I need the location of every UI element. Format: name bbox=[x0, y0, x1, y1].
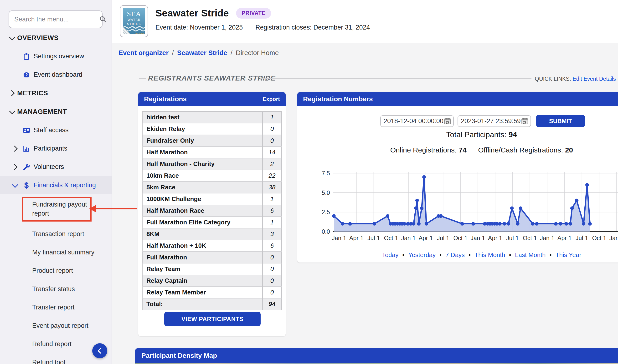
calendar-icon[interactable] bbox=[443, 117, 452, 125]
table-row-half-marathon-charity: Half Marathon - Charity2 bbox=[142, 158, 282, 170]
svg-text:5.0: 5.0 bbox=[322, 189, 330, 196]
row-label: Full Marathon bbox=[142, 252, 263, 263]
wrench-icon bbox=[22, 163, 31, 171]
bullet-separator: • bbox=[469, 251, 471, 259]
chevron-right-icon bbox=[12, 164, 17, 170]
breadcrumb: Event organizer/Seawater Stride/Director… bbox=[119, 49, 279, 57]
sidebar-section-management[interactable]: MANAGEMENT bbox=[0, 103, 112, 121]
svg-text:Jul 1: Jul 1 bbox=[576, 235, 588, 241]
chevron-right-icon bbox=[9, 90, 14, 96]
row-value: 6 bbox=[263, 205, 282, 217]
search-input[interactable] bbox=[14, 15, 99, 23]
registration-numbers-title: Registration Numbers bbox=[303, 95, 373, 103]
date-range-links: Today•Yesterday•7 Days•This Month•Last M… bbox=[297, 251, 618, 259]
svg-text:Jan 1: Jan 1 bbox=[401, 235, 416, 241]
svg-text:Oct 1: Oct 1 bbox=[592, 235, 606, 241]
table-row-8km: 8KM3 bbox=[142, 228, 282, 240]
svg-text:0.0: 0.0 bbox=[322, 228, 330, 235]
registrants-heading: REGISTRANTS SEAWATER STRIDE bbox=[148, 74, 276, 82]
annotation-arrow bbox=[96, 208, 137, 209]
logo-subtitle: Bay city series bbox=[135, 33, 144, 34]
sidebar: OVERVIEWSSettings overviewEvent dashboar… bbox=[0, 0, 112, 364]
svg-text:Oct 1: Oct 1 bbox=[523, 235, 537, 241]
logo-line-3: STRIDE bbox=[123, 22, 145, 26]
bullet-separator: • bbox=[402, 251, 404, 259]
svg-text:Jan 1: Jan 1 bbox=[609, 235, 618, 241]
sidebar-section-overviews[interactable]: OVERVIEWS bbox=[0, 29, 112, 47]
sidebar-section-metrics[interactable]: METRICS bbox=[0, 84, 112, 103]
table-row-total: Total:94 bbox=[142, 298, 282, 310]
table-row-half-marathon: Half Marathon14 bbox=[142, 146, 282, 158]
event-logo-art: SEA WATER STRIDE Bay city series bbox=[123, 8, 145, 34]
breadcrumb-separator: / bbox=[230, 49, 232, 56]
svg-text:Jan 1: Jan 1 bbox=[332, 235, 346, 241]
range-link-yesterday[interactable]: Yesterday bbox=[408, 251, 436, 259]
sidebar-item-product-report[interactable]: Product report bbox=[0, 261, 112, 280]
view-participants-button[interactable]: VIEW PARTICIPANTS bbox=[164, 312, 261, 326]
sidebar-collapse-button[interactable] bbox=[92, 343, 107, 358]
sidebar-item-label: Staff access bbox=[34, 127, 69, 134]
sidebar-item-participants[interactable]: Participants bbox=[0, 139, 112, 158]
online-offline-registrations: Online Registrations: 74 Offline/Cash Re… bbox=[297, 146, 618, 154]
svg-text:Apr 1: Apr 1 bbox=[419, 235, 433, 241]
sidebar-item-transfer-status[interactable]: Transfer status bbox=[0, 280, 112, 298]
total-participants-value: 94 bbox=[509, 130, 517, 139]
sidebar-item-settings-overview[interactable]: Settings overview bbox=[0, 47, 112, 65]
online-registrations-value: 74 bbox=[459, 146, 467, 154]
chevron-down-icon bbox=[12, 182, 18, 188]
event-dates: Event date: November 1, 2025 Registratio… bbox=[155, 24, 370, 31]
svg-text:Apr 1: Apr 1 bbox=[557, 235, 572, 241]
export-button[interactable]: Export bbox=[263, 96, 280, 103]
row-value: 0 bbox=[263, 252, 282, 263]
sidebar-section-label: METRICS bbox=[17, 89, 48, 97]
page-header: SEA WATER STRIDE Bay city series Seawate… bbox=[112, 0, 618, 43]
row-value: 6 bbox=[263, 240, 282, 252]
row-label: Fundraiser Only bbox=[142, 135, 263, 146]
calendar-icon[interactable] bbox=[521, 117, 529, 125]
search-icon[interactable] bbox=[99, 15, 107, 23]
sidebar-item-event-payout-report[interactable]: Event payout report bbox=[0, 317, 112, 335]
edit-event-details-link[interactable]: Edit Event Details bbox=[573, 76, 616, 82]
sidebar-item-volunteers[interactable]: Volunteers bbox=[0, 158, 112, 176]
offline-registrations-value: 20 bbox=[565, 146, 573, 154]
row-label: Half Marathon Race bbox=[142, 205, 263, 217]
bullet-separator: • bbox=[439, 251, 442, 259]
table-row-full-marathon-elite-category: Full Marathon Elite Category1 bbox=[142, 217, 282, 228]
registrations-panel-header: Registrations Export bbox=[138, 92, 286, 106]
chart-svg: 0.02.55.07.5Jan 1Apr 1Jul 1Oct 1Jan 1Apr… bbox=[319, 169, 618, 247]
svg-text:Jan 1: Jan 1 bbox=[540, 235, 554, 241]
gauge-icon bbox=[22, 70, 31, 79]
range-link-this-year[interactable]: This Year bbox=[555, 251, 581, 259]
quick-links-label: QUICK LINKS: bbox=[535, 76, 571, 82]
date-from-input[interactable]: 2018-12-04 00:00:00 bbox=[380, 115, 454, 127]
sidebar-item-label: Financials & reporting bbox=[34, 182, 96, 189]
submit-button[interactable]: SUBMIT bbox=[536, 115, 585, 127]
range-link-7-days[interactable]: 7 Days bbox=[445, 251, 465, 259]
sidebar-item-label: Event dashboard bbox=[34, 71, 82, 78]
row-label: Relay Captain bbox=[142, 275, 263, 286]
breadcrumb-seawater-stride[interactable]: Seawater Stride bbox=[177, 49, 227, 56]
row-value: 0 bbox=[263, 286, 282, 298]
sidebar-item-transfer-report[interactable]: Transfer report bbox=[0, 298, 112, 317]
svg-text:Apr 1: Apr 1 bbox=[488, 235, 502, 241]
chevron-right-icon bbox=[12, 145, 17, 152]
row-label: Relay Team Member bbox=[142, 286, 263, 298]
breadcrumb-event-organizer[interactable]: Event organizer bbox=[119, 49, 169, 56]
sidebar-nav: OVERVIEWSSettings overviewEvent dashboar… bbox=[0, 29, 112, 364]
svg-text:Jul 1: Jul 1 bbox=[506, 235, 519, 241]
total-label: Total: bbox=[142, 298, 263, 310]
sidebar-item-staff-access[interactable]: Staff access bbox=[0, 121, 112, 139]
date-to-input[interactable]: 2023-01-27 23:59:59 bbox=[457, 115, 531, 127]
svg-text:Apr 1: Apr 1 bbox=[349, 235, 363, 241]
sidebar-item-event-dashboard[interactable]: Event dashboard bbox=[0, 65, 112, 84]
row-value: 1 bbox=[263, 112, 282, 123]
row-label: Full Marathon Elite Category bbox=[142, 217, 263, 228]
total-participants: Total Participants: 94 bbox=[297, 130, 618, 139]
range-link-this-month[interactable]: This Month bbox=[474, 251, 505, 259]
registrations-table: hidden test1Ekiden Relay0Fundraiser Only… bbox=[142, 111, 282, 310]
sidebar-item-financials-reporting[interactable]: $Financials & reporting bbox=[0, 176, 112, 195]
sidebar-item-my-financial-summary[interactable]: My financial summary bbox=[0, 243, 112, 261]
range-link-last-month[interactable]: Last Month bbox=[515, 251, 546, 259]
range-link-today[interactable]: Today bbox=[382, 251, 398, 259]
sidebar-item-transaction-report[interactable]: Transaction report bbox=[0, 225, 112, 243]
